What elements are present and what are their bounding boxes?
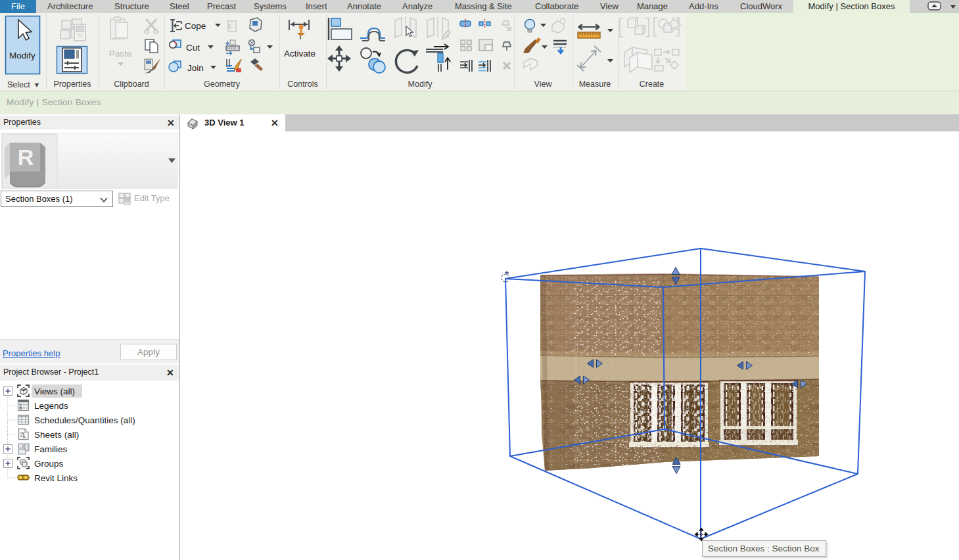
svg-text:Modify: Modify (9, 51, 35, 60)
svg-text:Families: Families (34, 444, 68, 454)
svg-text:Sheets (all): Sheets (all) (34, 430, 79, 440)
svg-text:Schedules/Quantities (all): Schedules/Quantities (all) (34, 415, 135, 425)
svg-text:Paste: Paste (109, 49, 132, 58)
svg-text:Views (all): Views (all) (34, 386, 75, 396)
svg-text:Join: Join (187, 63, 204, 73)
svg-text:Revit Links: Revit Links (34, 473, 78, 483)
svg-text:Groups: Groups (34, 459, 64, 469)
svg-text:R: R (18, 145, 34, 170)
svg-text:Activate: Activate (284, 49, 316, 58)
svg-text:Cope: Cope (185, 21, 206, 31)
svg-text:Cut: Cut (186, 43, 200, 53)
svg-text:Legends: Legends (34, 401, 68, 411)
